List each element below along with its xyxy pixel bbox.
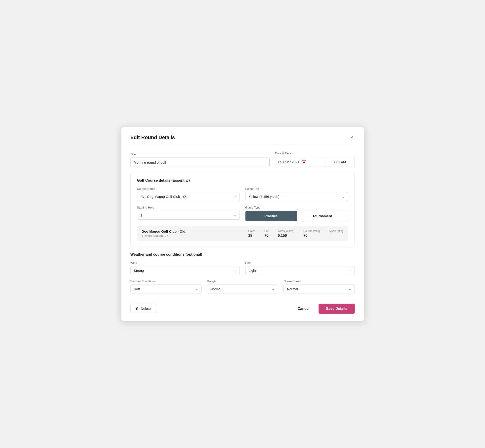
stat-holes: Holes 18	[248, 230, 255, 238]
time-value: 7:31 AM	[333, 160, 346, 164]
fairway-dropdown[interactable]: Soft ⌄	[130, 285, 202, 293]
clear-icon[interactable]: ×	[234, 195, 236, 199]
tournament-toggle-btn[interactable]: Tournament	[297, 211, 348, 221]
rain-value: Light	[249, 269, 256, 272]
slope-rating-value: -	[329, 233, 330, 238]
hole-gametype-row: Starting Hole 1 ⌄ Game Type Practice Tou…	[137, 206, 348, 221]
fairway-label: Fairway Conditions	[130, 280, 202, 283]
golf-course-section-title: Golf Course details (Essential)	[137, 178, 348, 183]
course-name-input[interactable]	[147, 195, 232, 199]
cancel-button[interactable]: Cancel	[294, 304, 313, 313]
rough-dropdown[interactable]: Normal ⌄	[207, 285, 278, 293]
select-tee-value: Yellow (6,156 yards)	[249, 195, 279, 199]
course-location: Shelford Bottom, UK	[142, 234, 248, 237]
modal-footer: 🗑 Delete Cancel Save Details	[130, 299, 355, 314]
starting-hole-dropdown[interactable]: 1 ⌄	[137, 211, 240, 220]
holes-value: 18	[248, 233, 252, 238]
chevron-down-icon-2: ⌄	[234, 213, 236, 217]
stat-slope-rating: Slope rating -	[329, 230, 343, 238]
title-label: Title	[130, 152, 270, 156]
rain-label: Rain	[245, 261, 355, 264]
golf-course-section: Golf Course details (Essential) Course N…	[130, 173, 355, 247]
chevron-down-icon-4: ⌄	[349, 269, 351, 272]
datetime-group: 05 / 12 / 2021 📅 7:31 AM	[275, 157, 355, 167]
date-value: 05 / 12 / 2021	[278, 160, 299, 164]
rough-label: Rough	[207, 280, 278, 283]
course-name-field-group: Course Name 🔍 ×	[137, 187, 240, 201]
yards-value: 6,156	[278, 233, 287, 238]
datetime-field-group: Date & Time 05 / 12 / 2021 📅 7:31 AM	[275, 152, 355, 167]
footer-right: Cancel Save Details	[294, 304, 355, 314]
modal-title: Edit Round Details	[130, 135, 175, 140]
wind-value: Strong	[134, 269, 144, 272]
holes-label: Holes	[248, 230, 255, 233]
wind-rain-row: Wind Strong ⌄ Rain Light ⌄	[130, 261, 355, 275]
select-tee-label: Select Tee	[245, 187, 348, 191]
par-label: Par	[264, 230, 269, 233]
select-tee-field-group: Select Tee Yellow (6,156 yards) ⌄	[245, 187, 348, 201]
edit-round-modal: Edit Round Details × Title Date & Time 0…	[121, 127, 364, 321]
course-rating-value: 70	[303, 233, 307, 238]
time-input-wrapper[interactable]: 7:31 AM	[325, 157, 355, 167]
modal-header: Edit Round Details ×	[130, 135, 355, 145]
green-speed-label: Green Speed	[283, 280, 355, 283]
game-type-field-group: Game Type Practice Tournament	[245, 206, 348, 221]
stat-yards: Yards(Yellow) 6,156	[278, 230, 294, 238]
chevron-down-icon-7: ⌄	[349, 287, 351, 291]
wind-label: Wind	[130, 261, 240, 264]
starting-hole-field-group: Starting Hole 1 ⌄	[137, 206, 240, 221]
par-value: 70	[264, 233, 268, 238]
delete-label: Delete	[141, 307, 151, 311]
green-speed-field-group: Green Speed Normal ⌄	[283, 280, 355, 293]
starting-hole-value: 1	[140, 213, 142, 217]
fairway-field-group: Fairway Conditions Soft ⌄	[130, 280, 202, 293]
starting-hole-label: Starting Hole	[137, 206, 240, 209]
course-info-name: Gog Magog Golf Club - Old, Shelford Bott…	[142, 230, 248, 237]
top-fields: Title Date & Time 05 / 12 / 2021 📅 7:31 …	[130, 152, 355, 167]
trash-icon: 🗑	[136, 307, 139, 311]
chevron-down-icon: ⌄	[342, 195, 345, 198]
date-input-wrapper[interactable]: 05 / 12 / 2021 📅	[275, 157, 325, 167]
slope-rating-label: Slope rating	[329, 230, 343, 233]
title-field-group: Title	[130, 152, 270, 167]
rough-value: Normal	[210, 287, 221, 291]
stat-course-rating: Course rating 70	[303, 230, 320, 238]
weather-section-title: Weather and course conditions (optional)	[130, 252, 355, 256]
course-name-bold: Gog Magog Golf Club - Old,	[142, 230, 248, 233]
weather-section: Weather and course conditions (optional)…	[130, 252, 355, 293]
select-tee-dropdown[interactable]: Yellow (6,156 yards) ⌄	[245, 192, 348, 201]
save-details-button[interactable]: Save Details	[319, 304, 355, 314]
course-name-tee-row: Course Name 🔍 × Select Tee Yellow (6,156…	[137, 187, 348, 201]
delete-button[interactable]: 🗑 Delete	[130, 304, 156, 313]
search-icon: 🔍	[140, 195, 145, 199]
calendar-icon: 📅	[301, 160, 306, 164]
chevron-down-icon-5: ⌄	[195, 287, 198, 291]
close-button[interactable]: ×	[349, 135, 355, 140]
title-input[interactable]	[130, 158, 270, 167]
course-name-search[interactable]: 🔍 ×	[137, 192, 240, 201]
course-name-label: Course Name	[137, 187, 240, 191]
fairway-rough-greenspeed-row: Fairway Conditions Soft ⌄ Rough Normal ⌄…	[130, 280, 355, 293]
chevron-down-icon-6: ⌄	[272, 287, 275, 291]
chevron-down-icon-3: ⌄	[234, 269, 236, 272]
wind-field-group: Wind Strong ⌄	[130, 261, 240, 275]
wind-dropdown[interactable]: Strong ⌄	[130, 266, 240, 275]
course-rating-label: Course rating	[303, 230, 320, 233]
stat-par: Par 70	[264, 230, 269, 238]
green-speed-value: Normal	[287, 287, 298, 291]
green-speed-dropdown[interactable]: Normal ⌄	[283, 285, 355, 293]
rain-field-group: Rain Light ⌄	[245, 261, 355, 275]
practice-toggle-btn[interactable]: Practice	[245, 211, 297, 221]
yards-label: Yards(Yellow)	[278, 230, 294, 233]
fairway-value: Soft	[134, 287, 140, 291]
course-info-row: Gog Magog Golf Club - Old, Shelford Bott…	[137, 226, 348, 241]
course-stats: Holes 18 Par 70 Yards(Yellow) 6,156 Cour…	[248, 230, 343, 238]
datetime-label: Date & Time	[275, 152, 355, 155]
game-type-toggle: Practice Tournament	[245, 211, 348, 221]
rain-dropdown[interactable]: Light ⌄	[245, 266, 355, 275]
rough-field-group: Rough Normal ⌄	[207, 280, 278, 293]
game-type-label: Game Type	[245, 206, 348, 209]
